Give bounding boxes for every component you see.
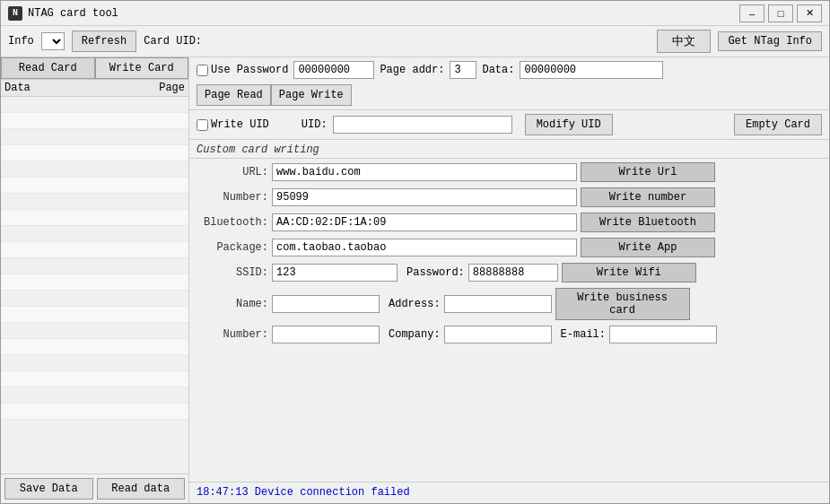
action-buttons: Read Card Write Card: [1, 57, 188, 80]
right-panel: Use Password Page addr: Data: Page Read …: [189, 57, 829, 503]
bluetooth-label: Bluetooth:: [197, 216, 268, 229]
save-data-button[interactable]: Save Data: [4, 478, 93, 500]
minimize-button[interactable]: –: [739, 4, 764, 22]
url-row: URL: Write Url: [197, 162, 822, 182]
number-row: Number: Write number: [197, 187, 822, 207]
read-data-button[interactable]: Read data: [97, 478, 186, 500]
data-label: Data:: [482, 64, 514, 76]
write-card-button[interactable]: Write Card: [95, 57, 189, 79]
use-password-label: Use Password: [211, 64, 288, 76]
address-label: Address:: [389, 298, 441, 310]
number2-input[interactable]: [272, 326, 380, 343]
company-label: Company:: [389, 328, 441, 341]
name-label: Name:: [197, 298, 268, 310]
status-text: 18:47:13 Device connection failed: [197, 486, 410, 499]
wifi-password-label: Password:: [406, 266, 465, 279]
number2-label: Number:: [197, 328, 268, 341]
title-left: N NTAG card tool: [8, 6, 118, 21]
main-content: Read Card Write Card Data Page: [1, 57, 829, 503]
use-password-checkbox[interactable]: [197, 65, 208, 76]
table-row: [1, 323, 188, 339]
table-row: [1, 194, 188, 210]
col-data-header: Data: [4, 82, 140, 94]
table-row: [1, 129, 188, 145]
number-input[interactable]: [272, 188, 577, 206]
lang-button[interactable]: 中文: [657, 30, 711, 53]
window-title: NTAG card tool: [28, 7, 118, 20]
table-row: [1, 113, 188, 129]
page-buttons: Page Read Page Write: [197, 84, 352, 106]
card-uid-label: Card UID:: [144, 35, 202, 48]
email-input[interactable]: [609, 326, 717, 343]
email-label: E-mail:: [561, 328, 606, 341]
info-label: Info: [8, 35, 34, 48]
package-input[interactable]: [272, 239, 577, 256]
url-label: URL:: [197, 166, 268, 178]
table-body: [1, 97, 188, 474]
ssid-input[interactable]: [272, 264, 398, 282]
number-label: Number:: [197, 191, 268, 204]
left-panel: Read Card Write Card Data Page: [1, 57, 189, 503]
close-button[interactable]: ✕: [797, 4, 822, 22]
write-url-button[interactable]: Write Url: [581, 162, 715, 182]
bluetooth-row: Bluetooth: Write Bluetooth: [197, 213, 822, 232]
write-uid-checkbox[interactable]: [197, 119, 208, 131]
table-row: [1, 210, 188, 226]
writing-area: URL: Write Url Number: Write number Blue…: [189, 159, 829, 482]
col-page-header: Page: [140, 82, 185, 94]
device-dropdown[interactable]: [41, 32, 65, 50]
business-card-row2: Number: Company: E-mail:: [197, 326, 822, 343]
address-input[interactable]: [444, 295, 552, 313]
write-uid-checkbox-label[interactable]: Write UID: [197, 118, 269, 131]
business-card-row1: Name: Address: Write business card: [197, 288, 822, 320]
bluetooth-input[interactable]: [272, 213, 577, 231]
table-row: [1, 242, 188, 258]
package-row: Package: Write App: [197, 238, 822, 257]
page-write-button[interactable]: Page Write: [271, 84, 352, 106]
use-password-checkbox-label[interactable]: Use Password: [197, 64, 288, 76]
table-row: [1, 97, 188, 113]
maximize-button[interactable]: □: [768, 4, 793, 22]
table-row: [1, 387, 188, 404]
title-bar: N NTAG card tool – □ ✕: [1, 1, 829, 26]
table-row: [1, 371, 188, 387]
write-app-button[interactable]: Write App: [581, 238, 715, 257]
ntag-info-button[interactable]: Get NTag Info: [718, 31, 822, 51]
table-header: Data Page: [1, 80, 188, 97]
table-row: [1, 339, 188, 355]
write-bluetooth-button[interactable]: Write Bluetooth: [581, 213, 715, 232]
table-row: [1, 355, 188, 371]
wifi-password-input[interactable]: [468, 264, 558, 282]
main-window: N NTAG card tool – □ ✕ Info Refresh Card…: [0, 0, 830, 504]
table-row: [1, 258, 188, 274]
table-row: [1, 291, 188, 307]
page-addr-input[interactable]: [450, 61, 476, 79]
password-input[interactable]: [293, 61, 374, 79]
company-input[interactable]: [444, 326, 552, 343]
table-row: [1, 226, 188, 242]
table-row: [1, 178, 188, 194]
name-input[interactable]: [272, 295, 380, 313]
ssid-label: SSID:: [197, 266, 268, 279]
title-controls: – □ ✕: [739, 4, 822, 22]
app-icon: N: [8, 6, 22, 21]
wifi-row: SSID: Password: Write Wifi: [197, 263, 822, 282]
data-input[interactable]: [520, 61, 663, 79]
write-uid-label: Write UID: [211, 118, 269, 131]
modify-uid-button[interactable]: Modify UID: [525, 114, 613, 135]
read-card-button[interactable]: Read Card: [1, 57, 95, 79]
url-input[interactable]: [272, 163, 577, 181]
write-number-button[interactable]: Write number: [581, 187, 715, 207]
refresh-button[interactable]: Refresh: [72, 30, 136, 52]
uid-input[interactable]: [333, 116, 512, 134]
write-wifi-button[interactable]: Write Wifi: [562, 263, 696, 282]
table-row: [1, 307, 188, 323]
write-business-card-button[interactable]: Write business card: [555, 288, 690, 320]
uid-label: UID:: [301, 118, 328, 131]
package-label: Package:: [197, 241, 268, 254]
table-row: [1, 274, 188, 291]
empty-card-button[interactable]: Empty Card: [734, 114, 822, 135]
top-controls: Use Password Page addr: Data: Page Read …: [189, 57, 829, 110]
page-read-button[interactable]: Page Read: [197, 84, 271, 106]
table-row: [1, 145, 188, 161]
